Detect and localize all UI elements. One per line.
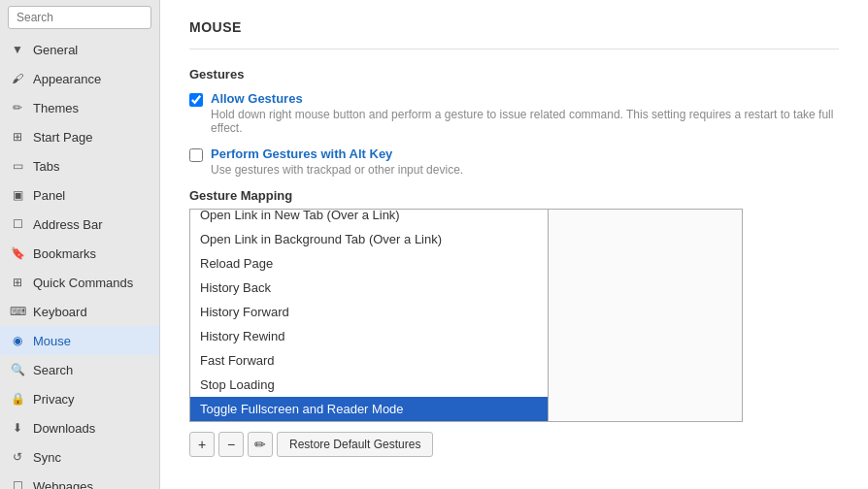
sidebar-item-address-bar[interactable]: ☐ Address Bar [0,210,159,239]
allow-gestures-checkbox[interactable] [189,93,203,107]
gesture-toolbar: + − ✏ Restore Default Gestures [189,432,839,457]
privacy-icon: 🔒 [10,391,25,407]
appearance-icon: 🖌 [10,71,25,86]
sidebar-item-label-sync: Sync [33,450,61,465]
bookmarks-icon: 🔖 [10,245,25,261]
sidebar-item-label-appearance: Appearance [33,72,101,86]
sidebar-item-webpages[interactable]: ☐ Webpages [0,472,159,489]
sidebar-item-label-general: General [33,43,78,57]
webpages-icon: ☐ [10,478,25,489]
sidebar-item-label-mouse: Mouse [33,334,71,348]
main-content: MOUSE Gestures Allow Gestures Hold down … [160,0,868,489]
sidebar-item-label-start-page: Start Page [33,130,92,145]
sidebar-item-privacy[interactable]: 🔒 Privacy [0,384,159,413]
gesture-right-panel [549,209,743,422]
edit-gesture-button[interactable]: ✏ [248,432,273,457]
tabs-icon: ▭ [10,158,25,174]
sidebar-item-label-webpages: Webpages [33,479,93,490]
allow-gestures-label[interactable]: Allow Gestures [211,91,303,106]
sidebar-item-bookmarks[interactable]: 🔖 Bookmarks [0,239,159,268]
downloads-icon: ⬇ [10,420,25,436]
sidebar-item-label-panel: Panel [33,188,65,203]
gesture-item-toggle-fullscreen[interactable]: Toggle Fullscreen and Reader Mode [190,397,548,421]
sidebar-item-panel[interactable]: ▣ Panel [0,180,159,210]
sidebar-item-appearance[interactable]: 🖌 Appearance [0,64,159,93]
sidebar-item-themes[interactable]: ✏ Themes [0,93,159,122]
sidebar-item-label-address-bar: Address Bar [33,217,103,232]
gestures-subsection-title: Gestures [189,67,839,82]
remove-gesture-button[interactable]: − [218,432,244,457]
sidebar-item-sync[interactable]: ↺ Sync [0,442,159,472]
sidebar-item-quick-commands[interactable]: ⊞ Quick Commands [0,268,159,297]
gesture-item-reload-page[interactable]: Reload Page [190,251,548,276]
gesture-item-history-forward[interactable]: History Forward [190,300,548,324]
sidebar-item-downloads[interactable]: ⬇ Downloads [0,413,159,442]
sync-icon: ↺ [10,449,25,465]
general-icon: ▼ [10,42,25,57]
gesture-item-stop-loading[interactable]: Stop Loading [190,373,548,397]
allow-gestures-desc: Hold down right mouse button and perform… [211,108,839,135]
sidebar-item-keyboard[interactable]: ⌨ Keyboard [0,297,159,326]
perform-alt-desc: Use gestures with trackpad or other inpu… [211,163,463,177]
sidebar-item-label-privacy: Privacy [33,392,75,407]
sidebar-item-start-page[interactable]: ⊞ Start Page [0,122,159,151]
sidebar-item-search[interactable]: 🔍 Search [0,355,159,384]
sidebar-item-label-quick-commands: Quick Commands [33,276,133,290]
perform-alt-label[interactable]: Perform Gestures with Alt Key [211,147,392,161]
section-divider [189,49,839,49]
sidebar-item-label-keyboard: Keyboard [33,305,87,319]
sidebar-item-mouse[interactable]: ◉ Mouse [0,326,159,355]
gesture-item-open-link-new-tab[interactable]: Open Link in New Tab (Over a Link) [190,209,548,227]
perform-alt-row: Perform Gestures with Alt Key Use gestur… [189,147,839,177]
search-input[interactable] [8,6,151,29]
perform-alt-checkbox[interactable] [189,148,203,162]
mouse-icon: ◉ [10,333,25,348]
themes-icon: ✏ [10,100,25,115]
sidebar-item-label-bookmarks: Bookmarks [33,246,96,261]
gesture-item-fast-forward[interactable]: Fast Forward [190,348,548,373]
gesture-item-history-rewind[interactable]: History Rewind [190,324,548,348]
sidebar-item-label-downloads: Downloads [33,421,95,436]
panel-icon: ▣ [10,187,25,203]
sidebar-item-general[interactable]: ▼ General [0,35,159,64]
sidebar-item-tabs[interactable]: ▭ Tabs [0,151,159,180]
start-page-icon: ⊞ [10,129,25,145]
allow-gestures-text: Allow Gestures Hold down right mouse but… [211,91,839,135]
perform-alt-text: Perform Gestures with Alt Key Use gestur… [211,147,463,177]
gesture-list-container: Open Link in New Tab (Over a Link)Open L… [189,209,839,422]
sidebar-item-label-tabs: Tabs [33,159,59,174]
add-gesture-button[interactable]: + [189,432,215,457]
sidebar-item-label-themes: Themes [33,101,79,115]
gesture-item-history-back[interactable]: History Back [190,276,548,300]
gesture-mapping-label: Gesture Mapping [189,188,839,203]
quick-commands-icon: ⊞ [10,275,25,290]
gesture-item-open-link-bg-tab[interactable]: Open Link in Background Tab (Over a Link… [190,227,548,251]
allow-gestures-row: Allow Gestures Hold down right mouse but… [189,91,839,135]
sidebar: ▼ General 🖌 Appearance ✏ Themes ⊞ Start … [0,0,160,489]
gesture-list[interactable]: Open Link in New Tab (Over a Link)Open L… [189,209,549,422]
sidebar-item-label-search: Search [33,363,73,377]
section-title: MOUSE [189,19,839,35]
keyboard-icon: ⌨ [10,304,25,319]
address-bar-icon: ☐ [10,216,25,232]
search-icon: 🔍 [10,362,25,377]
restore-gestures-button[interactable]: Restore Default Gestures [277,432,433,457]
